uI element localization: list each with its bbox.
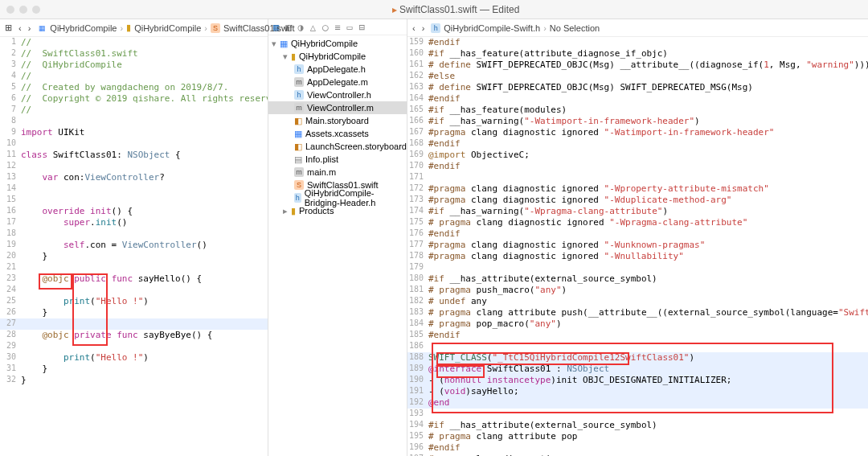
nav-back-icon[interactable]: ‹ (412, 23, 416, 33)
project-navigator[interactable]: ▾▦QiHybridCompile▾▮QiHybridCompilehAppDe… (268, 35, 407, 456)
code-line[interactable]: 9import UIKit (0, 127, 268, 138)
line-text[interactable]: #endif (428, 37, 868, 48)
tree-item[interactable]: ▦Assets.xcassets (268, 127, 407, 140)
code-line[interactable]: 19 self.con = ViewController() (0, 240, 268, 251)
line-text[interactable] (21, 138, 268, 150)
code-line[interactable]: 170#endif (407, 161, 868, 172)
tree-item[interactable]: ▾▦QiHybridCompile (268, 37, 407, 50)
breadcrumb[interactable]: hQiHybridCompile-Swift.h› No Selection (431, 23, 600, 33)
code-line[interactable]: 11class SwiftClass01: NSObject { (0, 150, 268, 161)
line-text[interactable]: #else (428, 71, 868, 82)
code-line[interactable]: 30 print("Hello !") (0, 352, 268, 364)
code-line[interactable]: 177#pragma clang diagnostic ignored "-Wu… (407, 240, 868, 251)
code-line[interactable]: 193 (407, 409, 868, 420)
left-editor[interactable]: 1//2// SwiftClass01.swift3// QiHybridCom… (0, 37, 268, 456)
line-text[interactable]: // (21, 37, 268, 48)
code-line[interactable]: 163# define SWIFT_DEPRECATED_OBJC(Msg) S… (407, 82, 868, 93)
code-line[interactable]: 14 (0, 183, 268, 195)
grid-icon[interactable]: ⊞ (5, 23, 12, 33)
code-line[interactable]: 3// QiHybridCompile (0, 60, 268, 71)
code-line[interactable]: 8 (0, 116, 268, 127)
line-text[interactable]: override init() { (21, 206, 268, 217)
code-line[interactable]: 31 } (0, 364, 268, 375)
line-text[interactable]: # undef any (428, 296, 868, 307)
line-text[interactable] (21, 195, 268, 206)
code-line[interactable]: 16 override init() { (0, 206, 268, 217)
code-line[interactable]: 28 @objc private func sayByeBye() { (0, 330, 268, 341)
code-line[interactable]: 162#else (407, 71, 868, 82)
tree-item[interactable]: ▾▮QiHybridCompile (268, 50, 407, 63)
code-line[interactable]: 175# pragma clang diagnostic ignored "-W… (407, 217, 868, 228)
line-text[interactable]: super.init() (21, 217, 268, 228)
line-text[interactable]: } (21, 251, 268, 262)
code-line[interactable]: 191- (void)sayHello; (407, 386, 868, 397)
line-text[interactable]: // Created by wangdacheng on 2019/8/7. (21, 82, 268, 93)
line-text[interactable]: #endif (428, 138, 868, 150)
code-line[interactable]: 4// (0, 71, 268, 82)
line-text[interactable]: #pragma clang diagnostic ignored "-Wdupl… (428, 195, 868, 206)
code-line[interactable]: 5// Created by wangdacheng on 2019/8/7. (0, 82, 268, 93)
code-line[interactable]: 182# undef any (407, 296, 868, 307)
line-text[interactable]: SWIFT_CLASS("_TtC15QiHybridCompile12Swif… (428, 352, 868, 364)
code-line[interactable]: 21 (0, 262, 268, 273)
code-line[interactable]: 167#pragma clang diagnostic ignored "-Wa… (407, 127, 868, 138)
code-line[interactable]: 196#endif (407, 442, 868, 454)
line-text[interactable]: #endif (428, 161, 868, 172)
line-text[interactable]: var con:ViewController? (21, 172, 268, 183)
line-text[interactable]: self.con = ViewController() (21, 240, 268, 251)
line-text[interactable]: #endif (428, 330, 868, 341)
line-text[interactable]: @objc public func sayHello() { (21, 273, 268, 285)
line-text[interactable] (21, 318, 268, 330)
code-line[interactable]: 17 super.init() (0, 217, 268, 228)
code-line[interactable]: 159#endif (407, 37, 868, 48)
line-text[interactable]: } (21, 375, 268, 386)
line-text[interactable]: @objc private func sayByeBye() { (21, 330, 268, 341)
tree-item[interactable]: ◧Main.storyboard (268, 114, 407, 127)
line-text[interactable]: #pragma clang diagnostic ignored "-Wnull… (428, 251, 868, 262)
line-text[interactable] (428, 409, 868, 420)
code-line[interactable]: 32} (0, 375, 268, 386)
line-text[interactable]: # pragma pop_macro("any") (428, 318, 868, 330)
code-line[interactable]: 190- (nonnull instancetype)init OBJC_DES… (407, 375, 868, 386)
line-text[interactable]: // (21, 105, 268, 116)
code-line[interactable]: 180#if __has_attribute(external_source_s… (407, 273, 868, 285)
code-line[interactable]: 25 print("Hello !") (0, 296, 268, 307)
code-line[interactable]: 10 (0, 138, 268, 150)
code-line[interactable]: 27 (0, 318, 268, 330)
line-text[interactable]: #if __has_attribute(external_source_symb… (428, 420, 868, 431)
code-line[interactable]: 13 var con:ViewController? (0, 172, 268, 183)
tree-item[interactable]: hAppDelegate.h (268, 63, 407, 76)
line-text[interactable] (21, 116, 268, 127)
code-line[interactable]: 24 (0, 285, 268, 296)
nav-fwd-icon[interactable]: › (422, 23, 425, 33)
close-dot[interactable] (6, 6, 14, 14)
line-text[interactable] (21, 285, 268, 296)
line-text[interactable]: // QiHybridCompile (21, 60, 268, 71)
code-line[interactable]: 184# pragma pop_macro("any") (407, 318, 868, 330)
line-text[interactable] (428, 262, 868, 273)
right-editor[interactable]: 159#endif160#if __has_feature(attribute_… (407, 37, 868, 456)
line-text[interactable]: // Copyright © 2019 qishare. All rights … (21, 93, 268, 105)
line-text[interactable]: #endif (428, 442, 868, 454)
line-text[interactable]: #if __has_warning("-Wpragma-clang-attrib… (428, 206, 868, 217)
tree-item[interactable]: ▤Info.plist (268, 153, 407, 166)
line-text[interactable]: #pragma clang diagnostic ignored "-Wprop… (428, 183, 868, 195)
line-text[interactable] (21, 262, 268, 273)
line-text[interactable] (428, 172, 868, 183)
min-dot[interactable] (19, 6, 27, 14)
code-line[interactable]: 181# pragma push_macro("any") (407, 285, 868, 296)
code-line[interactable]: 195# pragma clang attribute pop (407, 431, 868, 442)
code-line[interactable]: 2// SwiftClass01.swift (0, 48, 268, 60)
code-line[interactable]: 23 @objc public func sayHello() { (0, 273, 268, 285)
line-text[interactable] (428, 341, 868, 352)
code-line[interactable]: 18 (0, 228, 268, 240)
code-line[interactable]: 173#pragma clang diagnostic ignored "-Wd… (407, 195, 868, 206)
nav-fwd-icon[interactable]: › (28, 23, 31, 33)
code-line[interactable]: 7// (0, 105, 268, 116)
code-line[interactable]: 194#if __has_attribute(external_source_s… (407, 420, 868, 431)
disclosure-icon[interactable]: ▾ (283, 51, 288, 62)
line-text[interactable]: // SwiftClass01.swift (21, 48, 268, 60)
line-text[interactable]: @end (428, 397, 868, 409)
line-text[interactable]: @interface SwiftClass01 : NSObject (428, 364, 868, 375)
code-line[interactable]: 185#endif (407, 330, 868, 341)
